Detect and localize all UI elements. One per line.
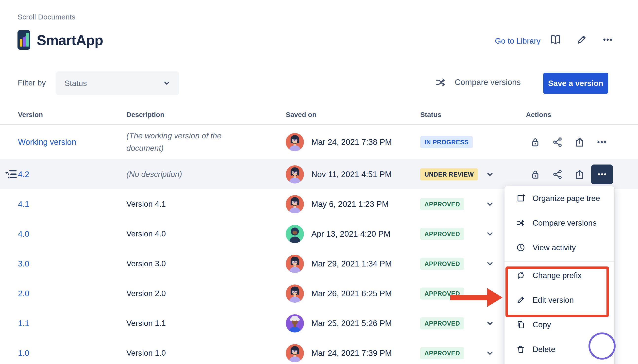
filter-by-label: Filter by: [18, 78, 46, 88]
version-description: Version 4.0: [126, 228, 238, 240]
menu-item-label: Edit version: [532, 296, 574, 305]
share-icon[interactable]: [552, 136, 563, 148]
copy-icon: [516, 320, 525, 329]
status-badge: APPROVED: [420, 258, 464, 270]
avatar: [286, 255, 304, 273]
table-row-selected: 4.2 (No description) Nov 11, 2021 4:51 P…: [0, 159, 638, 189]
status-chevron-icon[interactable]: [486, 290, 494, 298]
status-badge: APPROVED: [420, 228, 464, 240]
chevron-down-icon: [163, 80, 170, 87]
menu-item-view-activity[interactable]: View activity: [504, 235, 614, 260]
version-description: Version 4.1: [126, 198, 238, 210]
menu-item-edit-version[interactable]: Edit version: [504, 288, 614, 312]
status-badge: APPROVED: [420, 317, 464, 329]
compare-versions-button[interactable]: Compare versions: [436, 77, 521, 88]
document-logo: [18, 30, 30, 50]
purple-circle-annotation: [588, 332, 616, 360]
version-link[interactable]: 2.0: [18, 289, 29, 298]
shuffle-icon: [436, 77, 446, 88]
clock-icon: [516, 243, 525, 252]
scroll-documents-page: Scroll Documents SmartApp Go to Library …: [0, 0, 638, 364]
status-chevron-icon[interactable]: [486, 260, 494, 268]
status-chevron-icon[interactable]: [486, 349, 494, 357]
lock-icon[interactable]: [530, 169, 541, 180]
version-description: (No description): [126, 168, 238, 180]
more-options-icon[interactable]: [602, 34, 613, 45]
status-filter-value: Status: [64, 79, 87, 88]
logo-bar-yellow: [20, 39, 22, 46]
row-more-button-active[interactable]: [591, 164, 613, 184]
avatar: [286, 344, 304, 362]
page-tree-icon[interactable]: [5, 169, 18, 180]
status-badge: APPROVED: [420, 198, 464, 210]
menu-item-label: View activity: [532, 243, 576, 252]
saved-on-date: Mar 29, 2021 1:34 PM: [311, 259, 392, 268]
version-link[interactable]: 4.1: [18, 200, 29, 209]
saved-on-date: Mar 24, 2021 7:38 PM: [311, 138, 392, 147]
version-link[interactable]: 3.0: [18, 259, 29, 268]
add-page-icon: [516, 194, 525, 203]
table-row: Working version (The working version of …: [0, 125, 638, 159]
avatar: [286, 284, 304, 303]
saved-on-date: Mar 24, 2021 7:39 PM: [311, 348, 392, 358]
menu-divider: [504, 261, 614, 262]
export-icon[interactable]: [574, 169, 585, 180]
logo-bar-green: [26, 33, 29, 46]
col-status: Status: [420, 111, 442, 119]
menu-item-compare-versions[interactable]: Compare versions: [504, 210, 614, 235]
go-to-library-link[interactable]: Go to Library: [495, 36, 540, 46]
col-actions: Actions: [526, 111, 551, 119]
status-filter-dropdown[interactable]: Status: [56, 72, 179, 95]
breadcrumb: Scroll Documents: [18, 13, 76, 21]
page-title: SmartApp: [37, 32, 103, 48]
status-chevron-icon[interactable]: [486, 230, 494, 238]
compare-versions-label: Compare versions: [455, 78, 521, 87]
menu-item-label: Organize page tree: [532, 194, 600, 203]
version-description: Version 3.0: [126, 258, 238, 270]
col-saved-on: Saved on: [286, 111, 316, 119]
saved-on-date: Nov 11, 2021 4:51 PM: [311, 170, 392, 179]
trash-icon: [516, 345, 525, 354]
menu-item-label: Change prefix: [532, 271, 582, 280]
edit-pencil-icon: [516, 296, 525, 304]
version-description: (The working version of the document): [126, 130, 238, 154]
avatar: [286, 195, 304, 213]
menu-item-label: Compare versions: [532, 218, 596, 228]
shuffle-icon: [516, 218, 525, 227]
avatar: [286, 133, 304, 151]
version-description: Version 1.0: [126, 347, 238, 359]
avatar: [286, 314, 304, 332]
status-badge: IN PROGRESS: [420, 136, 473, 148]
saved-on-date: Mar 26, 2021 6:25 PM: [311, 289, 392, 298]
logo-bar-purple: [23, 36, 26, 46]
version-link[interactable]: Working version: [18, 138, 76, 147]
save-a-version-button[interactable]: Save a version: [543, 73, 608, 94]
version-link[interactable]: 4.0: [18, 229, 29, 239]
version-link[interactable]: 1.1: [18, 319, 29, 328]
version-link[interactable]: 1.0: [18, 348, 29, 358]
library-book-icon[interactable]: [550, 34, 561, 45]
saved-on-date: May 6, 2021 1:23 PM: [311, 200, 389, 209]
status-chevron-icon[interactable]: [486, 319, 494, 328]
share-icon[interactable]: [552, 169, 563, 180]
saved-on-date: Apr 13, 2021 4:20 PM: [311, 229, 390, 239]
saved-on-date: Mar 25, 2021 5:26 PM: [311, 319, 392, 328]
col-version: Version: [18, 111, 43, 119]
menu-item-organize-page-tree[interactable]: Organize page tree: [504, 186, 614, 210]
row-more-icon[interactable]: [596, 136, 608, 148]
lock-icon[interactable]: [530, 136, 541, 148]
avatar: [286, 165, 304, 184]
status-chevron-icon[interactable]: [486, 200, 494, 208]
menu-item-label: Copy: [532, 320, 551, 329]
status-badge: UNDER REVIEW: [420, 168, 478, 180]
export-icon[interactable]: [574, 136, 585, 148]
avatar: [286, 225, 304, 243]
table-header-row: Version Description Saved on Status Acti…: [0, 111, 638, 125]
version-link[interactable]: 4.2: [18, 170, 29, 179]
menu-item-label: Delete: [532, 345, 556, 354]
status-chevron-icon[interactable]: [486, 170, 494, 178]
version-description: Version 2.0: [126, 288, 238, 300]
menu-item-change-prefix[interactable]: Change prefix: [504, 263, 614, 288]
status-badge: APPROVED: [420, 288, 464, 300]
edit-pencil-icon[interactable]: [576, 34, 587, 45]
